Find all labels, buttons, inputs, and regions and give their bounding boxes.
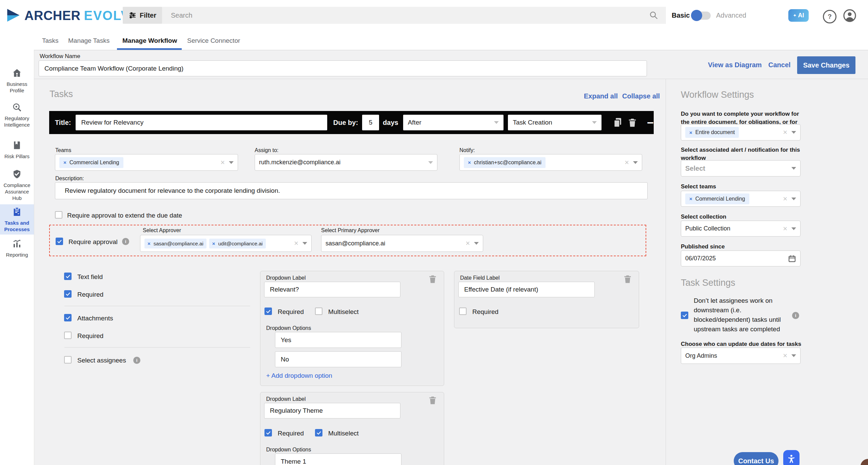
dropdown-option-input[interactable] [275, 351, 401, 367]
dropdown-multiselect-checkbox[interactable] [315, 308, 322, 315]
calendar-icon[interactable] [788, 255, 796, 263]
chevron-down-icon[interactable] [474, 242, 479, 245]
description-input[interactable] [55, 182, 648, 199]
remove-chip-icon[interactable]: × [147, 241, 151, 246]
sidebar-item-business-profile[interactable]: Business Profile [0, 68, 34, 94]
date-field-label-input[interactable] [458, 282, 595, 297]
cancel-link[interactable]: Cancel [768, 61, 791, 69]
tab-manage-workflow[interactable]: Manage Workflow [122, 32, 177, 50]
duplicate-task-icon[interactable] [612, 117, 623, 128]
clear-icon[interactable]: × [625, 159, 629, 166]
scope-select[interactable]: ×Entire document × [681, 124, 801, 141]
notify-chip[interactable]: ×christian+sc@compliance.ai [464, 157, 546, 168]
help-button[interactable]: ? [823, 10, 836, 23]
remove-chip-icon[interactable]: × [689, 196, 692, 201]
clear-icon[interactable]: × [783, 225, 787, 232]
delete-field-icon[interactable] [623, 274, 632, 284]
delete-field-icon[interactable] [428, 274, 437, 284]
info-icon[interactable]: i [133, 357, 140, 364]
approver-chip[interactable]: ×sasan@compliance.ai [144, 239, 206, 248]
panel-teams-select[interactable]: ×Commercial Lending × [681, 191, 801, 207]
clear-icon[interactable]: × [220, 159, 225, 166]
workflow-name-input[interactable] [39, 60, 647, 76]
due-by-days-input[interactable] [362, 115, 379, 130]
chevron-down-icon[interactable] [791, 198, 796, 200]
chevron-down-icon[interactable] [229, 161, 234, 164]
text-field-checkbox[interactable] [64, 273, 72, 280]
chevron-down-icon[interactable] [791, 167, 796, 170]
filter-button[interactable]: Filter [123, 7, 162, 24]
event-select[interactable]: Task Creation [508, 115, 601, 130]
chevron-down-icon[interactable] [791, 131, 796, 134]
tab-service-connector[interactable]: Service Connector [187, 32, 240, 50]
downstream-checkbox[interactable] [681, 312, 688, 319]
sidebar-item-compliance-assurance-hub[interactable]: Compliance Assurance Hub [0, 169, 34, 201]
clear-icon[interactable]: × [294, 240, 298, 247]
view-as-diagram-link[interactable]: View as Diagram [708, 61, 762, 69]
clear-icon[interactable]: × [783, 129, 787, 136]
delete-task-icon[interactable] [627, 117, 637, 128]
sidebar-item-regulatory-intelligence[interactable]: Regulatory Intelligence [0, 102, 34, 128]
panel-teams-chip[interactable]: ×Commercial Lending [685, 193, 749, 204]
due-dates-select[interactable]: Org Admins × [681, 348, 801, 364]
published-since-input[interactable]: 06/07/2025 [681, 250, 801, 266]
chevron-down-icon[interactable] [791, 354, 796, 357]
dropdown-option-input[interactable] [275, 453, 401, 465]
expand-all-link[interactable]: Expand all [584, 92, 618, 100]
archer-evolv-logo[interactable]: ARCHER EVOLV [6, 0, 130, 32]
collapse-all-link[interactable]: Collapse all [622, 92, 660, 100]
clear-icon[interactable]: × [783, 195, 787, 203]
accessibility-button[interactable] [783, 450, 800, 465]
dropdown-option-input[interactable] [275, 332, 401, 348]
clear-icon[interactable]: × [466, 240, 470, 247]
add-dropdown-option-link[interactable]: + Add dropdown option [266, 372, 332, 379]
sidebar-item-reporting[interactable]: Reporting [0, 239, 34, 258]
basic-advanced-toggle[interactable] [692, 12, 711, 20]
dropdown-multiselect-checkbox[interactable] [315, 429, 322, 436]
primary-approver-select[interactable]: sasan@compliance.ai × [321, 235, 483, 252]
dropdown-required-checkbox[interactable] [264, 429, 272, 436]
text-field-required-checkbox[interactable] [64, 290, 72, 298]
collection-select[interactable]: Public Collection × [681, 221, 801, 237]
dropdown-required-checkbox[interactable] [264, 308, 272, 315]
dropdown-label-input[interactable] [264, 282, 400, 297]
search-input[interactable] [162, 12, 649, 19]
tab-tasks[interactable]: Tasks [42, 32, 59, 50]
extend-due-checkbox[interactable] [55, 211, 62, 219]
teams-chip[interactable]: ×Commercial Lending [59, 157, 123, 168]
sidebar-item-risk-pillars[interactable]: Risk Pillars [0, 140, 34, 160]
date-required-checkbox[interactable] [459, 308, 467, 315]
remove-chip-icon[interactable]: × [212, 241, 215, 246]
clear-icon[interactable]: × [783, 352, 787, 359]
remove-chip-icon[interactable]: × [468, 160, 471, 165]
corner-mascot[interactable] [861, 459, 868, 465]
teams-select[interactable]: ×Commercial Lending × [55, 154, 238, 171]
chevron-down-icon[interactable] [633, 161, 638, 164]
remove-chip-icon[interactable]: × [63, 160, 66, 165]
profile-avatar[interactable] [843, 9, 856, 23]
search-icon[interactable] [649, 11, 658, 20]
alert-select[interactable]: Select [681, 160, 801, 176]
timing-select[interactable]: After [403, 115, 504, 130]
dropdown-label-input[interactable] [264, 403, 400, 418]
assign-to-select[interactable]: ruth.mckenzie@compliance.ai [255, 154, 437, 171]
select-assignees-checkbox[interactable] [64, 356, 72, 364]
sidebar-item-tasks-and-processes[interactable]: Tasks and Processes [0, 204, 34, 235]
chevron-down-icon[interactable] [791, 227, 796, 230]
attachments-required-checkbox[interactable] [64, 332, 72, 339]
info-icon[interactable]: i [792, 312, 799, 319]
task-title-input[interactable] [76, 115, 327, 130]
notify-select[interactable]: ×christian+sc@compliance.ai × [459, 154, 642, 171]
info-icon[interactable]: i [122, 238, 129, 245]
save-changes-button[interactable]: Save Changes [797, 56, 855, 74]
tab-manage-tasks[interactable]: Manage Tasks [68, 32, 110, 50]
remove-chip-icon[interactable]: × [689, 130, 692, 135]
approver-chip[interactable]: ×udit@compliance.ai [209, 239, 266, 248]
require-approval-checkbox[interactable] [56, 238, 63, 245]
attachments-checkbox[interactable] [64, 314, 72, 321]
scope-chip[interactable]: ×Entire document [685, 127, 739, 138]
delete-field-icon[interactable] [428, 395, 437, 405]
chevron-down-icon[interactable] [428, 161, 433, 164]
chevron-down-icon[interactable] [302, 242, 307, 245]
select-approver-select[interactable]: ×sasan@compliance.ai ×udit@compliance.ai… [140, 235, 312, 252]
